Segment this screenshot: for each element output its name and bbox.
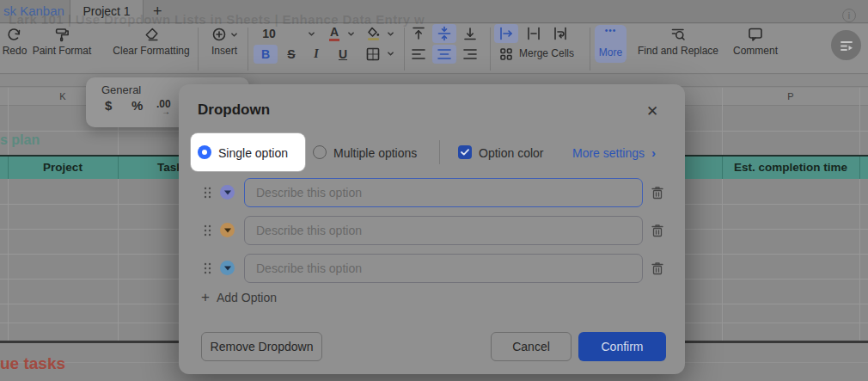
toolbar-separator	[590, 28, 590, 71]
strikethrough-button[interactable]: S	[279, 45, 303, 64]
text-color-button[interactable]: A	[322, 24, 346, 43]
gridline	[722, 157, 723, 179]
option-color-badge[interactable]	[220, 223, 235, 237]
align-left-icon	[410, 46, 427, 63]
section-footer: ue tasks	[0, 354, 65, 373]
merge-cells-button[interactable]	[494, 45, 518, 64]
text-overflow-button[interactable]	[494, 24, 518, 43]
option-color-badge[interactable]	[220, 185, 235, 200]
paint-format-button[interactable]: Paint Format	[33, 26, 92, 57]
header-cell-project[interactable]: Project	[43, 161, 83, 174]
decimal-arrow-icon: →	[162, 107, 170, 116]
align-bottom-button[interactable]	[458, 24, 482, 43]
more-settings-link[interactable]: More settings ›	[572, 146, 656, 160]
check-icon	[461, 149, 469, 156]
font-size-value: 10	[262, 28, 276, 40]
dropdown-dialog: Dropdown ✕ Single option Multiple option…	[179, 84, 685, 374]
dialog-separator	[439, 140, 440, 164]
text-color-chevron-icon[interactable]	[347, 31, 355, 37]
find-replace-button[interactable]: Find and Replace	[638, 26, 718, 57]
increase-decimal-button[interactable]: .00 →	[156, 98, 171, 122]
comment-icon	[747, 26, 764, 43]
align-middle-icon	[436, 25, 453, 42]
delete-option-icon[interactable]	[650, 261, 665, 276]
align-top-button[interactable]	[406, 24, 431, 43]
option-color-label[interactable]: Option color	[479, 146, 543, 160]
option-description-input[interactable]	[244, 254, 643, 283]
tab-project-1[interactable]: Project 1	[70, 0, 144, 22]
align-right-button[interactable]	[458, 45, 482, 64]
add-sheet-button[interactable]: +	[153, 1, 162, 22]
task-list-floating-button[interactable]	[831, 30, 861, 60]
percent-format-button[interactable]: %	[131, 98, 143, 113]
more-button[interactable]: ••• More	[595, 25, 627, 63]
dropdown-triangle-icon	[224, 228, 231, 233]
font-size-selector[interactable]: 10	[254, 24, 284, 43]
gridline	[722, 88, 723, 341]
info-button[interactable]: i	[842, 9, 856, 22]
text-wrap-button[interactable]	[548, 24, 572, 43]
currency-format-button[interactable]: $	[105, 98, 112, 113]
header-cell-est-completion[interactable]: Est. completion time	[734, 161, 847, 174]
redo-button[interactable]: Redo	[3, 26, 28, 57]
align-middle-button[interactable]	[432, 24, 456, 43]
align-left-button[interactable]	[406, 45, 431, 64]
more-settings-label: More settings	[572, 146, 645, 160]
fill-color-chevron-icon[interactable]	[387, 31, 394, 37]
redo-icon	[6, 26, 23, 43]
align-top-icon	[410, 25, 427, 42]
merge-cells-label[interactable]: Merge Cells	[519, 47, 574, 59]
toolbar: Redo Paint Format Clear Formatting Inser…	[0, 24, 868, 74]
column-header-p[interactable]: P	[787, 91, 793, 101]
option-color-checkbox[interactable]	[458, 145, 472, 159]
strikethrough-icon: S	[287, 48, 295, 60]
align-right-icon	[462, 46, 479, 63]
sheet-name[interactable]: sk Kanban	[3, 3, 64, 18]
font-size-chevron-icon[interactable]	[308, 31, 315, 37]
borders-button[interactable]	[361, 45, 385, 64]
single-option-label[interactable]: Single option	[218, 146, 288, 160]
option-description-input[interactable]	[244, 178, 643, 207]
multiple-options-label[interactable]: Multiple options	[333, 146, 417, 160]
fill-color-button[interactable]	[361, 24, 385, 43]
confirm-button[interactable]: Confirm	[578, 332, 666, 361]
option-color-badge[interactable]	[220, 261, 235, 275]
close-button[interactable]: ✕	[643, 101, 662, 120]
app-window: sk Kanban Project 1 + Lark 101 | Use Dro…	[0, 0, 868, 381]
merge-cells-icon	[498, 46, 514, 62]
drag-handle-icon[interactable]	[204, 224, 211, 237]
insert-icon	[211, 26, 228, 43]
chevron-right-icon: ›	[651, 147, 656, 159]
underline-button[interactable]: U	[331, 45, 355, 64]
paint-format-label: Paint Format	[33, 45, 92, 57]
borders-chevron-icon[interactable]	[387, 51, 394, 57]
option-description-input[interactable]	[244, 216, 643, 245]
add-option-button[interactable]: + Add Option	[201, 291, 277, 304]
multiple-options-radio[interactable]	[313, 145, 327, 159]
column-header-k[interactable]: K	[59, 91, 65, 101]
align-center-button[interactable]	[432, 45, 456, 64]
clear-formatting-button[interactable]: Clear Formatting	[113, 26, 189, 57]
single-option-radio[interactable]	[198, 145, 211, 159]
align-center-icon	[436, 46, 453, 63]
delete-option-icon[interactable]	[650, 223, 665, 238]
plus-icon: +	[201, 292, 210, 304]
drag-handle-icon[interactable]	[204, 262, 211, 274]
italic-button[interactable]: I	[304, 45, 328, 64]
more-label: More	[595, 46, 627, 58]
more-dots-icon: •••	[595, 26, 627, 35]
remove-dropdown-button[interactable]: Remove Dropdown	[201, 332, 322, 361]
dropdown-triangle-icon	[224, 190, 231, 195]
insert-button[interactable]: Insert	[211, 26, 238, 57]
bold-button[interactable]: B	[254, 45, 278, 64]
text-clip-button[interactable]	[522, 24, 546, 43]
cancel-button[interactable]: Cancel	[491, 332, 572, 361]
drag-handle-icon[interactable]	[204, 187, 211, 199]
tab-label: Project 1	[83, 4, 130, 18]
delete-option-icon[interactable]	[650, 185, 665, 200]
text-color-icon: A	[329, 26, 339, 41]
dropdown-triangle-icon	[224, 266, 231, 271]
section-title: s plan	[0, 132, 40, 148]
option-row	[179, 254, 685, 283]
comment-button[interactable]: Comment	[733, 26, 778, 57]
